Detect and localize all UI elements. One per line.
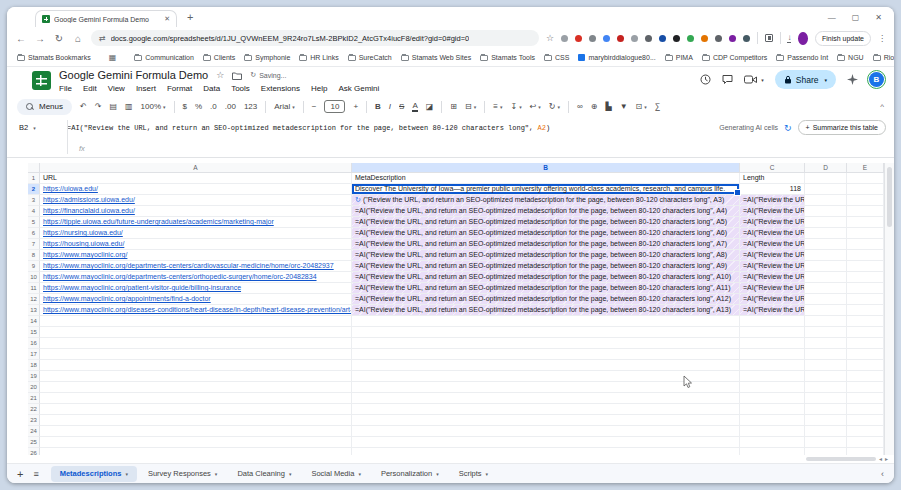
cell-c21[interactable] <box>740 393 805 404</box>
row-header-19[interactable]: 19 <box>28 371 40 382</box>
all-sheets-icon[interactable]: ≡ <box>33 469 38 479</box>
document-title[interactable]: Google Gemini Formula Demo <box>59 69 208 81</box>
column-header-e[interactable]: E <box>847 163 884 173</box>
cell-a18[interactable] <box>40 360 352 371</box>
row-header-6[interactable]: 6 <box>28 228 40 239</box>
percent-format-button[interactable]: % <box>195 102 202 111</box>
cell-d12[interactable] <box>805 294 847 305</box>
cell-c7[interactable]: =AI("Review the URL, a <box>740 239 805 250</box>
vertical-scrollbar[interactable] <box>884 163 894 455</box>
share-button[interactable]: Share ▾ <box>775 70 836 89</box>
cell-e25[interactable] <box>847 437 884 448</box>
row-header-14[interactable]: 14 <box>28 316 40 327</box>
cell-e5[interactable] <box>847 217 884 228</box>
url-link[interactable]: https://housing.uiowa.edu/ <box>43 240 124 247</box>
cell-a13[interactable]: https://www.mayoclinic.org/diseases-cond… <box>40 305 352 316</box>
cell-e7[interactable] <box>847 239 884 250</box>
extension-icon[interactable] <box>743 35 750 42</box>
print-icon[interactable]: ▤ <box>109 102 117 111</box>
cell-d3[interactable] <box>805 195 847 206</box>
cell-c6[interactable]: =AI("Review the URL, a <box>740 228 805 239</box>
column-header-d[interactable]: D <box>805 163 847 173</box>
row-header-13[interactable]: 13 <box>28 305 40 316</box>
row-header-22[interactable]: 22 <box>28 404 40 415</box>
borders-icon[interactable]: ⊞ <box>450 102 457 111</box>
extension-icon[interactable] <box>575 35 582 42</box>
cell-c20[interactable] <box>740 382 805 393</box>
font-size-increase[interactable]: + <box>353 102 358 111</box>
menu-ask-gemini[interactable]: Ask Gemini <box>338 84 379 93</box>
redo-icon[interactable]: ↷ <box>95 102 102 111</box>
menu-help[interactable]: Help <box>311 84 327 93</box>
finish-update-button[interactable]: Finish update <box>815 31 871 46</box>
row-header-20[interactable]: 20 <box>28 382 40 393</box>
cell-b1[interactable]: MetaDescription <box>352 173 740 184</box>
cell-b12[interactable]: =AI("Review the URL, and return an SEO-o… <box>352 294 740 305</box>
horizontal-scrollbar[interactable]: ◂ ▸ <box>7 455 894 463</box>
vertical-align-icon[interactable]: ↧▾ <box>510 102 521 111</box>
cell-c17[interactable] <box>740 349 805 360</box>
back-icon[interactable]: ← <box>15 33 27 44</box>
cell-c4[interactable]: =AI("Review the URL, a <box>740 206 805 217</box>
url-link[interactable]: https://www.mayoclinic.org/appointments/… <box>43 295 211 302</box>
cell-a24[interactable] <box>40 426 352 437</box>
cell-a10[interactable]: https://www.mayoclinic.org/departments-c… <box>40 272 352 283</box>
cell-e14[interactable] <box>847 316 884 327</box>
url-link[interactable]: https://www.mayoclinic.org/ <box>43 251 127 258</box>
cell-c2[interactable]: 118 <box>740 184 805 195</box>
cell-c26[interactable] <box>740 448 805 455</box>
font-family-select[interactable]: Arial▾ <box>274 102 295 111</box>
cell-c18[interactable] <box>740 360 805 371</box>
scroll-right-icon[interactable]: ▸ <box>885 455 888 463</box>
cell-a6[interactable]: https://nursing.uiowa.edu/ <box>40 228 352 239</box>
row-header-1[interactable]: 1 <box>28 173 40 184</box>
url-link[interactable]: https://www.mayoclinic.org/patient-visit… <box>43 284 241 291</box>
bookmark-folder[interactable]: Rio Hondo <box>873 54 894 61</box>
cell-c12[interactable]: =AI("Review the URL, a <box>740 294 805 305</box>
cell-d25[interactable] <box>805 437 847 448</box>
cell-d5[interactable] <box>805 217 847 228</box>
url-link[interactable]: https://www.mayoclinic.org/departments-c… <box>43 273 317 280</box>
cell-a9[interactable]: https://www.mayoclinic.org/departments-c… <box>40 261 352 272</box>
row-header-26[interactable]: 26 <box>28 448 40 455</box>
extension-icon[interactable] <box>715 35 722 42</box>
currency-format-button[interactable]: $ <box>183 102 187 111</box>
cell-e3[interactable] <box>847 195 884 206</box>
cell-a2[interactable]: https://uiowa.edu/ <box>40 184 352 195</box>
column-header-b[interactable]: B <box>352 163 740 173</box>
bookmark-folder[interactable]: Stamats Web Sites <box>401 54 471 61</box>
menu-edit[interactable]: Edit <box>83 84 97 93</box>
new-tab-button[interactable]: + <box>187 12 193 23</box>
cell-d14[interactable] <box>805 316 847 327</box>
add-sheet-button[interactable]: + <box>17 468 23 480</box>
cell-d8[interactable] <box>805 250 847 261</box>
cell-a20[interactable] <box>40 382 352 393</box>
cell-b9[interactable]: =AI("Review the URL, and return an SEO-o… <box>352 261 740 272</box>
row-header-23[interactable]: 23 <box>28 415 40 426</box>
cell-e11[interactable] <box>847 283 884 294</box>
cell-a19[interactable] <box>40 371 352 382</box>
cell-c15[interactable] <box>740 327 805 338</box>
bookmark-folder[interactable]: Symphonie <box>244 54 290 61</box>
cell-e23[interactable] <box>847 415 884 426</box>
bookmark-folder[interactable]: CDP Competitors <box>702 54 767 61</box>
star-icon[interactable]: ☆ <box>216 70 224 80</box>
cell-d11[interactable] <box>805 283 847 294</box>
column-header-a[interactable]: A <box>40 163 352 173</box>
apps-grid-icon[interactable]: ▦ <box>109 53 117 62</box>
sheet-tab-social-media[interactable]: Social Media▾ <box>302 466 369 482</box>
sheet-tab-data-cleaning[interactable]: Data Cleaning▾ <box>228 466 300 482</box>
cell-c23[interactable] <box>740 415 805 426</box>
formula-input[interactable]: =AI("Review the URL, and return an SEO-o… <box>53 124 719 132</box>
cell-b22[interactable] <box>352 404 740 415</box>
bookmark-folder[interactable]: PIMA <box>665 54 693 61</box>
text-color-button[interactable]: A <box>412 101 417 112</box>
cell-e1[interactable] <box>847 173 884 184</box>
sheet-tab-metadescriptions[interactable]: Metadescriptions▾ <box>51 466 137 482</box>
cell-a14[interactable] <box>40 316 352 327</box>
cell-b6[interactable]: =AI("Review the URL, and return an SEO-o… <box>352 228 740 239</box>
cell-c1[interactable]: Length <box>740 173 805 184</box>
number-format-button[interactable]: 123 <box>244 102 257 111</box>
cell-a26[interactable] <box>40 448 352 455</box>
horizontal-align-icon[interactable]: ≡▾ <box>493 102 502 111</box>
